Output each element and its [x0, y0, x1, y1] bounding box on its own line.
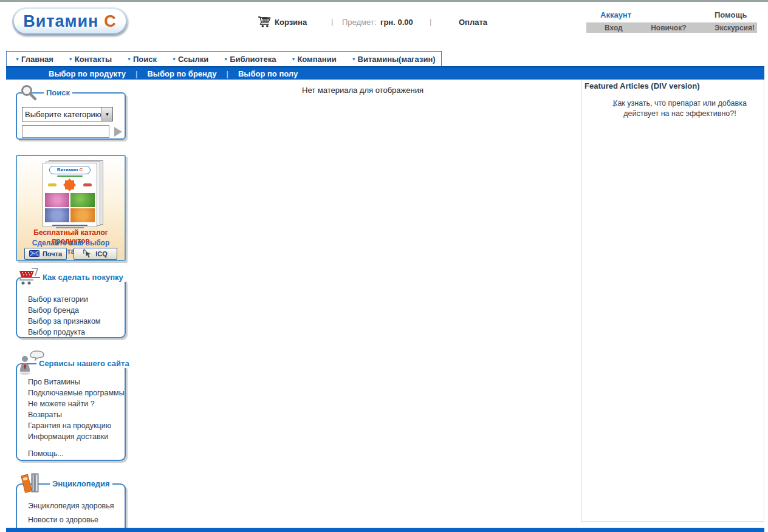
triangle-down-icon: ▼	[172, 57, 176, 61]
triangle-down-icon: ▼	[69, 57, 73, 61]
starburst-icon	[63, 179, 76, 191]
no-content-message: Нет материала для отображения	[302, 86, 423, 95]
link-delivery-info[interactable]: Информация доставки	[28, 431, 122, 442]
triangle-down-icon: ▼	[291, 57, 295, 61]
link-choose-category[interactable]: Выбор категории	[28, 294, 122, 305]
tab-companies[interactable]: ▼ Компании	[291, 55, 336, 64]
header-separator: |	[430, 17, 431, 26]
help-link[interactable]: Помощь	[715, 10, 747, 19]
cart-total-value: грн. 0.00	[380, 18, 413, 27]
right-column-bottom-divider	[581, 521, 764, 522]
encyclopedia-title: Энциклопедия	[50, 479, 112, 488]
brochure-logo: Витамин С	[49, 166, 91, 174]
services-title: Сервисы нашего сайта	[36, 359, 132, 368]
menubar-separator: |	[135, 69, 137, 78]
tab-contacts[interactable]: ▼ Контакты	[69, 55, 112, 64]
tour-link[interactable]: Экскурсия!	[715, 24, 755, 32]
link-choose-product[interactable]: Выбор продукта	[28, 327, 122, 338]
link-health-news[interactable]: Новости о здоровье	[28, 513, 122, 527]
brochure-decor	[57, 176, 83, 177]
item-label: Предмет:	[342, 18, 376, 27]
catalog-banner[interactable]: Витамин С Бесплатный каталог продуктов С…	[16, 155, 126, 261]
link-health-encyclopedia[interactable]: Энциклопедия здоровья	[28, 499, 122, 513]
books-icon	[21, 472, 44, 497]
link-product-warranty[interactable]: Гарантия на продукцию	[28, 420, 122, 431]
right-column-divider	[581, 80, 581, 521]
main-nav: ▼ Главная ▼ Контакты ▼ Поиск ▼ Ссылки ▼ …	[6, 51, 442, 66]
shop-menubar: Выбор по продукту | Выбор по бренду | Вы…	[6, 66, 764, 80]
menubar-separator: |	[227, 69, 228, 78]
login-link[interactable]: Вход	[605, 24, 623, 32]
icq-button[interactable]: ICQ	[74, 248, 117, 260]
account-link[interactable]: Аккаунт	[600, 10, 631, 19]
site-logo-text: Витамин С	[14, 9, 126, 33]
red-cart-icon	[17, 267, 43, 290]
tab-label: Поиск	[133, 55, 157, 64]
category-select-value: Выберите категорию	[22, 110, 101, 119]
tab-label: Библиотека	[230, 55, 276, 64]
link-help-more[interactable]: Помощь...	[28, 448, 122, 459]
tab-label: Компании	[297, 55, 336, 64]
menubar-item-by-gender[interactable]: Выбор по полу	[238, 69, 298, 78]
link-returns[interactable]: Возвраты	[28, 409, 122, 420]
account-bar: Вход Новичок? Экскурсия!	[586, 22, 757, 33]
tab-label: Контакты	[75, 55, 112, 64]
mail-button[interactable]: Почта	[24, 248, 67, 260]
triangle-down-icon: ▼	[15, 57, 19, 61]
icq-button-label: ICQ	[95, 250, 108, 257]
brochure-photo-grid	[43, 193, 97, 222]
cursor-click-icon	[83, 249, 92, 259]
search-panel: Поиск Выберите категорию ▼	[16, 92, 126, 140]
featured-article-text: Как узнать, что препарат или добавка дей…	[613, 99, 747, 118]
search-input[interactable]	[22, 125, 109, 138]
triangle-down-icon: ▼	[352, 57, 356, 61]
logo-c-letter: С	[104, 12, 117, 31]
top-strip	[0, 0, 768, 2]
page-right-edge	[764, 80, 764, 521]
featured-articles-title: Featured Articles (DIV version)	[585, 81, 700, 90]
tab-label: Главная	[21, 55, 53, 64]
logo-word: Витамин	[23, 12, 98, 31]
search-go-button[interactable]	[114, 127, 122, 137]
link-affiliate-programs[interactable]: Подключаемые программы	[28, 387, 122, 398]
search-title: Поиск	[44, 88, 72, 97]
mail-button-label: Почта	[43, 250, 62, 257]
header-separator: |	[331, 17, 333, 26]
tab-search[interactable]: ▼ Поиск	[127, 55, 157, 64]
payment-link[interactable]: Оплата	[459, 18, 487, 27]
encyclopedia-panel: Энциклопедия Энциклопедия здоровья Новос…	[16, 483, 126, 532]
triangle-down-icon: ▼	[127, 57, 131, 61]
how-to-buy-panel: Как сделать покупку Выбор категории Выбо…	[16, 277, 126, 338]
tab-label: Ссылки	[178, 55, 208, 64]
link-cant-find[interactable]: Не можете найти ?	[28, 398, 122, 409]
catalog-brochure-image: Витамин С	[41, 160, 103, 227]
tab-home[interactable]: ▼ Главная	[15, 55, 53, 64]
envelope-icon	[29, 250, 39, 258]
link-choose-brand[interactable]: Выбор бренда	[28, 305, 122, 316]
chevron-down-icon: ▼	[101, 107, 112, 121]
tab-vitamins-shop[interactable]: ▼ Витамины(магазин)	[352, 55, 436, 64]
link-choose-attribute[interactable]: Выбор за признаком	[28, 316, 122, 327]
featured-article-link[interactable]: + Как узнать, что препарат или добавка д…	[608, 98, 752, 119]
tab-library[interactable]: ▼ Библиотека	[224, 55, 276, 64]
magnifier-icon	[19, 84, 39, 104]
category-select[interactable]: Выберите категорию ▼	[22, 107, 113, 121]
menubar-item-by-brand[interactable]: Выбор по бренду	[147, 69, 216, 78]
services-panel: Сервисы нашего сайта Про Витамины Подклю…	[16, 363, 126, 461]
bullet-icon: +	[612, 100, 616, 111]
link-about-vitamins[interactable]: Про Витамины	[28, 377, 122, 387]
cart-icon	[258, 16, 272, 30]
triangle-down-icon: ▼	[224, 57, 228, 61]
menubar-item-by-product[interactable]: Выбор по продукту	[49, 69, 126, 78]
footer-bar	[6, 528, 764, 532]
tab-label: Витамины(магазин)	[358, 55, 436, 64]
site-logo[interactable]: Витамин С	[12, 7, 128, 35]
how-to-buy-title: Как сделать покупку	[40, 273, 126, 282]
cart-link[interactable]: Корзина	[275, 18, 307, 27]
tab-links[interactable]: ▼ Ссылки	[172, 55, 208, 64]
newbie-link[interactable]: Новичок?	[651, 24, 686, 32]
